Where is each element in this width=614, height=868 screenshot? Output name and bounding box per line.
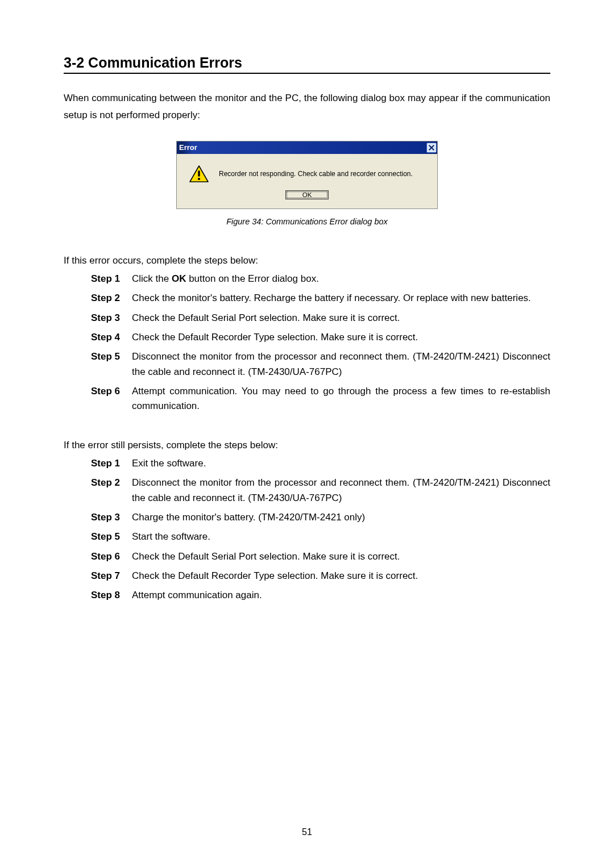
- svg-rect-1: [198, 170, 200, 177]
- step-item: Step 2Check the monitor's battery. Recha…: [91, 291, 550, 306]
- step-item: Step 7Check the Default Recorder Type se…: [91, 569, 550, 583]
- step-label: Step 5: [91, 349, 124, 379]
- steps-list-2: Step 1Exit the software.Step 2Disconnect…: [64, 456, 550, 603]
- dialog-message: Recorder not responding. Check cable and…: [219, 170, 413, 178]
- step-label: Step 3: [91, 510, 124, 525]
- step-label: Step 3: [91, 311, 124, 326]
- step-text: Check the Default Serial Port selection.…: [132, 549, 550, 564]
- step-item: Step 2Disconnect the monitor from the pr…: [91, 475, 550, 506]
- step-text: Exit the software.: [132, 456, 550, 471]
- step-label: Step 7: [91, 569, 124, 583]
- figure-caption: Figure 34: Communications Error dialog b…: [64, 217, 550, 226]
- intro-paragraph: When communicating between the monitor a…: [64, 90, 550, 124]
- svg-point-2: [198, 177, 200, 180]
- step-label: Step 4: [91, 330, 124, 345]
- steps2-intro: If the error still persists, complete th…: [64, 438, 550, 453]
- step-label: Step 6: [91, 549, 124, 564]
- step-label: Step 1: [91, 456, 124, 471]
- ok-button[interactable]: OK: [285, 190, 329, 199]
- dialog-footer: OK: [177, 190, 437, 208]
- dialog-figure: Error Recorder not responding. Check cab…: [64, 141, 550, 209]
- step-text: Attempt communication again.: [132, 588, 550, 603]
- steps-list-1: Step 1Click the OK button on the Error d…: [64, 272, 550, 414]
- step-text: Attempt communication. You may need to g…: [132, 384, 550, 414]
- step-label: Step 2: [91, 475, 124, 506]
- step-item: Step 1Exit the software.: [91, 456, 550, 471]
- step-text: Check the monitor's battery. Recharge th…: [132, 291, 550, 306]
- warning-icon: [189, 165, 209, 182]
- step-text: Start the software.: [132, 529, 550, 544]
- step-item: Step 6Attempt communication. You may nee…: [91, 384, 550, 414]
- close-icon: [429, 145, 434, 151]
- dialog-body: Recorder not responding. Check cable and…: [177, 154, 437, 190]
- step-text: Disconnect the monitor from the processo…: [132, 475, 550, 506]
- step-label: Step 8: [91, 588, 124, 603]
- step-text: Click the OK button on the Error dialog …: [132, 272, 550, 286]
- step-label: Step 2: [91, 291, 124, 306]
- close-button[interactable]: [426, 143, 437, 153]
- step-item: Step 1Click the OK button on the Error d…: [91, 272, 550, 286]
- section-heading: 3-2 Communication Errors: [64, 55, 550, 74]
- step-text: Charge the monitor's battery. (TM-2420/T…: [132, 510, 550, 525]
- step-item: Step 5Start the software.: [91, 529, 550, 544]
- steps1-intro: If this error occurs, complete the steps…: [64, 253, 550, 268]
- step-item: Step 6Check the Default Serial Port sele…: [91, 549, 550, 564]
- step-item: Step 3Charge the monitor's battery. (TM-…: [91, 510, 550, 525]
- step-item: Step 8Attempt communication again.: [91, 588, 550, 603]
- dialog-title: Error: [179, 143, 197, 152]
- page-number: 51: [0, 827, 614, 837]
- step-label: Step 5: [91, 529, 124, 544]
- error-dialog: Error Recorder not responding. Check cab…: [176, 141, 438, 209]
- dialog-titlebar: Error: [177, 141, 437, 154]
- step-text: Check the Default Recorder Type selectio…: [132, 569, 550, 583]
- step-text: Check the Default Recorder Type selectio…: [132, 330, 550, 345]
- step-label: Step 6: [91, 384, 124, 414]
- step-item: Step 5Disconnect the monitor from the pr…: [91, 349, 550, 379]
- step-item: Step 4Check the Default Recorder Type se…: [91, 330, 550, 345]
- step-text: Check the Default Serial Port selection.…: [132, 311, 550, 326]
- step-text: Disconnect the monitor from the processo…: [132, 349, 550, 379]
- step-item: Step 3Check the Default Serial Port sele…: [91, 311, 550, 326]
- step-label: Step 1: [91, 272, 124, 286]
